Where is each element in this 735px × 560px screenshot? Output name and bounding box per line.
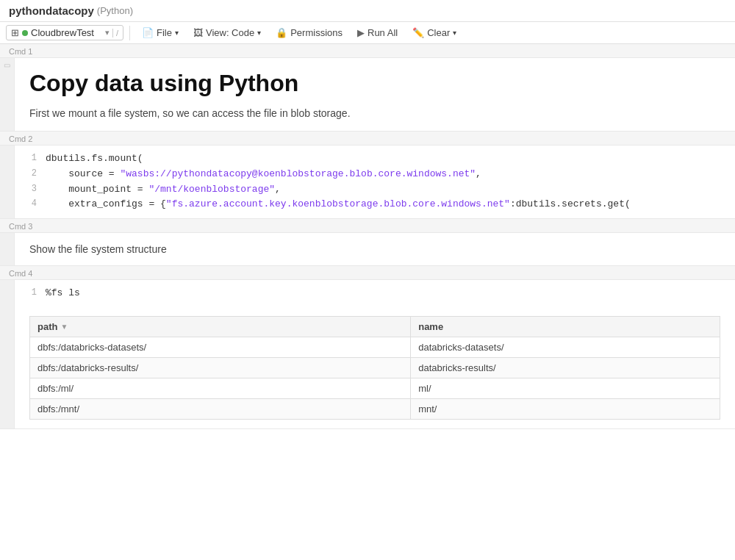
file-label: File: [157, 27, 172, 38]
toolbar-separator-1: [129, 26, 130, 40]
notebook-body: Cmd 1 ▭ Copy data using Python First we …: [0, 44, 735, 429]
cell-gutter-4: [0, 280, 15, 428]
cell-4-code[interactable]: 1 %fs ls: [15, 280, 735, 307]
file-chevron-icon: ▾: [175, 29, 179, 37]
file-button[interactable]: 📄 File ▾: [136, 25, 184, 40]
table-row: dbfs:/databricks-results/databricks-resu…: [30, 357, 720, 378]
col-path: path ▼: [30, 316, 411, 337]
run-all-button[interactable]: ▶ Run All: [351, 25, 404, 40]
table-row: dbfs:/databricks-datasets/databricks-dat…: [30, 337, 720, 357]
clear-button[interactable]: ✏️ Clear ▾: [406, 25, 462, 40]
cell-2-code[interactable]: 1 dbutils.fs.mount( 2 source = "wasbs://…: [15, 146, 735, 218]
cell-4-output: path ▼ name dbfs:/databricks-datasets/da…: [15, 316, 735, 428]
code-line-4: 4 extra_configs = {"fs.azure.account.key…: [24, 197, 726, 212]
code-line-1: 1 dbutils.fs.mount(: [24, 151, 726, 167]
cell-1-heading: Copy data using Python: [29, 70, 720, 97]
view-icon: 🖼: [193, 27, 203, 38]
clear-label: Clear: [427, 27, 450, 38]
file-icon: 📄: [142, 27, 154, 38]
cluster-status-dot: [22, 30, 28, 36]
lock-icon: 🔒: [276, 27, 287, 38]
clear-chevron-icon: ▾: [453, 29, 456, 37]
cluster-name: CloudbrewTest: [31, 27, 102, 38]
chevron-down-icon: ▾: [105, 28, 110, 37]
cell-2: 1 dbutils.fs.mount( 2 source = "wasbs://…: [0, 145, 735, 219]
cell-gutter-2: [0, 146, 15, 218]
table-row: dbfs:/ml/ml/: [30, 378, 720, 398]
notebook-language: (Python): [97, 5, 133, 16]
cell-gutter-1: ▭: [0, 58, 15, 131]
toolbar: ⊞ CloudbrewTest ▾ / 📄 File ▾ 🖼 View: Cod…: [0, 22, 735, 44]
col-name: name: [411, 316, 720, 337]
cmd-label-1: Cmd 1: [0, 44, 735, 57]
permissions-button[interactable]: 🔒 Permissions: [270, 25, 348, 40]
cell-4-content: 1 %fs ls path ▼: [15, 280, 735, 428]
cell-gutter-3: [0, 233, 15, 265]
view-code-button[interactable]: 🖼 View: Code ▾: [187, 25, 267, 40]
table-row: dbfs:/mnt/mnt/: [30, 398, 720, 419]
code-line-fs: 1 %fs ls: [24, 286, 726, 301]
cluster-icon: ⊞: [11, 27, 19, 38]
notebook-title: pythondatacopy: [9, 4, 94, 17]
cluster-expand-icon[interactable]: /: [112, 29, 118, 37]
cell-1-content: Copy data using Python First we mount a …: [15, 58, 735, 131]
cluster-selector[interactable]: ⊞ CloudbrewTest ▾ /: [6, 25, 123, 40]
clear-icon: ✏️: [412, 27, 424, 38]
cell-1: ▭ Copy data using Python First we mount …: [0, 57, 735, 132]
cell-1-paragraph: First we mount a file system, so we can …: [29, 107, 720, 119]
permissions-label: Permissions: [290, 27, 343, 38]
cell-3: Show the file system structure: [0, 232, 735, 266]
cell-collapse-icon[interactable]: ▭: [4, 61, 10, 69]
view-label: View: Code: [206, 27, 254, 38]
cmd-label-4: Cmd 4: [0, 266, 735, 279]
result-table: path ▼ name dbfs:/databricks-datasets/da…: [29, 316, 720, 420]
cell-3-text: Show the file system structure: [15, 233, 182, 265]
run-all-label: Run All: [368, 27, 398, 38]
code-line-3: 3 mount_point = "/mnt/koenblobstorage",: [24, 182, 726, 198]
cell-4: 1 %fs ls path ▼: [0, 279, 735, 429]
title-bar: pythondatacopy (Python): [0, 0, 735, 22]
sort-icon-path[interactable]: ▼: [60, 323, 68, 331]
cmd-label-3: Cmd 3: [0, 219, 735, 232]
cmd-label-2: Cmd 2: [0, 132, 735, 145]
view-chevron-icon: ▾: [257, 29, 261, 37]
code-line-2: 2 source = "wasbs://pythondatacopy@koenb…: [24, 167, 726, 182]
play-icon: ▶: [357, 27, 365, 38]
